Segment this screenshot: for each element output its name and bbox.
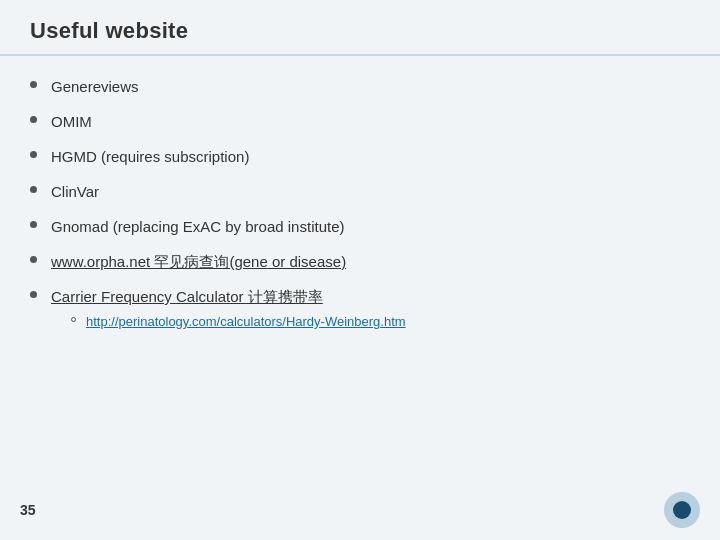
list-item: www.orpha.net 罕见病查询(gene or disease) [30,251,690,272]
bullet-text-5: Gnomad (replacing ExAC by broad institut… [51,216,690,237]
sub-list-item: http://perinatology.com/calculators/Hard… [71,313,690,331]
title-section: Useful website [0,0,720,56]
sub-bullet-dot [71,317,76,322]
bullet-dot-7 [30,291,37,298]
bullet-text-4: ClinVar [51,181,690,202]
slide-container: Useful website Genereviews OMIM HGMD (re… [0,0,720,540]
sub-link-text[interactable]: http://perinatology.com/calculators/Hard… [86,313,406,331]
bullet-dot-2 [30,116,37,123]
bullet-text-1: Genereviews [51,76,690,97]
bullet-dot-4 [30,186,37,193]
slide-footer: 35 [0,492,720,528]
list-item: Gnomad (replacing ExAC by broad institut… [30,216,690,237]
list-item: OMIM [30,111,690,132]
logo [664,492,700,528]
bullet-text-3: HGMD (requires subscription) [51,146,690,167]
logo-circle [664,492,700,528]
page-number: 35 [20,502,36,518]
bullet-dot-1 [30,81,37,88]
bullet-list: Genereviews OMIM HGMD (requires subscrip… [30,76,690,335]
bullet-text-6: www.orpha.net 罕见病查询(gene or disease) [51,251,690,272]
sub-bullet-list: http://perinatology.com/calculators/Hard… [71,313,690,331]
list-item: HGMD (requires subscription) [30,146,690,167]
slide-title: Useful website [30,18,188,43]
bullet-dot-5 [30,221,37,228]
list-item: Carrier Frequency Calculator 计算携带率 http:… [30,286,690,335]
list-item: Genereviews [30,76,690,97]
content-section: Genereviews OMIM HGMD (requires subscrip… [0,66,720,359]
bullet-dot-3 [30,151,37,158]
bullet-text-2: OMIM [51,111,690,132]
logo-inner-circle [673,501,691,519]
bullet-text-7: Carrier Frequency Calculator 计算携带率 [51,288,323,305]
bullet-dot-6 [30,256,37,263]
list-item: ClinVar [30,181,690,202]
